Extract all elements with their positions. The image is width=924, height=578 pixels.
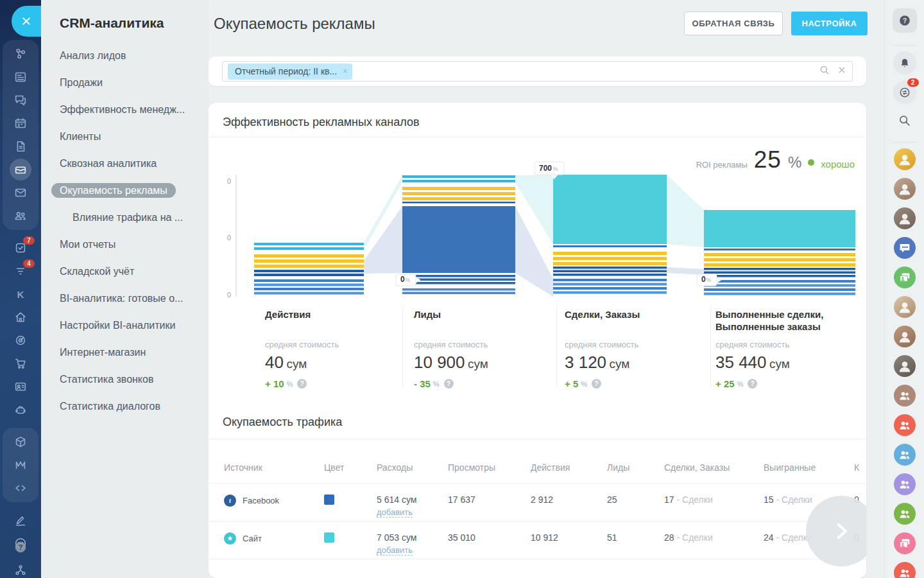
rail-item-people[interactable] <box>3 204 38 227</box>
rail-item-letter-k[interactable]: K <box>3 283 38 306</box>
sidebar-item-14[interactable]: Статистика диалогов <box>41 393 209 420</box>
avatar[interactable] <box>894 326 916 347</box>
sidebar-item-1[interactable]: Анализ лидов <box>41 42 209 69</box>
filter-tag-label: Отчетный период: II кв... <box>235 66 337 76</box>
sidebar-item-10[interactable]: BI-аналитика: готовые о... <box>41 285 209 312</box>
chat-users2-avatar[interactable] <box>894 385 916 407</box>
sidebar-item-9[interactable]: Складской учёт <box>41 258 209 285</box>
person-icon <box>896 299 913 315</box>
pen-icon <box>13 513 28 527</box>
sidebar-item-3[interactable]: Эффективность менедж... <box>41 96 209 123</box>
rail-item-sitemap[interactable] <box>3 559 38 578</box>
rail-item-pen[interactable] <box>3 509 38 532</box>
users2-icon <box>898 418 912 432</box>
help-circle-icon[interactable]: ? <box>592 379 601 389</box>
avatar[interactable] <box>894 148 916 170</box>
avatar[interactable] <box>894 178 916 200</box>
toolbar-help-button[interactable]: ? <box>893 8 917 33</box>
help-circle-icon[interactable]: ? <box>297 379 307 389</box>
avatar[interactable] <box>894 296 916 318</box>
rail-item-funnel[interactable]: 4 <box>3 259 38 283</box>
chat-cardperson-avatar[interactable] <box>894 532 916 554</box>
source-color-swatch <box>324 495 334 505</box>
rail-item-crm[interactable] <box>3 158 38 181</box>
sidebar-item-7[interactable]: Влияние трафика на ... <box>41 204 209 231</box>
stage-value: 10 900 сум <box>414 353 545 372</box>
rail-item-cube[interactable] <box>3 430 38 453</box>
avatar[interactable] <box>894 207 916 229</box>
chat-icon <box>13 93 28 107</box>
users2-icon <box>898 389 912 403</box>
person-icon <box>896 180 913 197</box>
rail-item-robot[interactable] <box>3 398 38 421</box>
crm-analytics-menu: CRM-аналитика Анализ лидовПродажиЭффекти… <box>41 0 209 578</box>
rail-item-code[interactable] <box>3 477 38 500</box>
add-costs-link[interactable]: добавить <box>377 507 413 518</box>
avatar[interactable] <box>894 355 916 377</box>
page-title: Окупаемость рекламы <box>214 15 375 33</box>
rail-item-feed[interactable] <box>3 66 38 89</box>
help-circle-icon[interactable]: ? <box>444 379 454 389</box>
code-icon <box>13 481 28 495</box>
sidebar-item-2[interactable]: Продажи <box>41 69 209 96</box>
table-header: Просмотры <box>448 462 495 475</box>
clear-filter-icon[interactable] <box>837 65 847 78</box>
rail-item-tasks[interactable]: 7 <box>3 236 38 259</box>
table-row-source: Сайт <box>224 532 262 545</box>
scroll-right-button[interactable] <box>806 496 866 566</box>
stage-delta: - 35 <box>414 378 431 389</box>
sidebar-item-11[interactable]: Настройки BI-аналитики <box>41 312 209 339</box>
rail-item-home[interactable] <box>3 306 38 329</box>
calendar-icon <box>13 116 28 130</box>
rail-item-share[interactable] <box>3 42 38 66</box>
rail-item-docs[interactable] <box>3 135 38 158</box>
sidebar-item-8[interactable]: Мои отчеты <box>41 231 209 258</box>
chat-users2-avatar[interactable] <box>894 444 916 466</box>
feedback-button[interactable]: ОБРАТНАЯ СВЯЗЬ <box>684 12 783 35</box>
chat-chatgroup-avatar[interactable] <box>894 237 916 259</box>
share-icon <box>13 47 28 61</box>
rail-item-idcard[interactable] <box>3 375 38 398</box>
help-circle-icon[interactable]: ? <box>748 379 757 389</box>
source-color-swatch <box>324 532 334 543</box>
chat-users2-avatar[interactable] <box>894 414 916 436</box>
costs-cell: 5 614 сум <box>377 495 416 505</box>
star-icon <box>225 534 235 543</box>
filter-tag-period[interactable]: Отчетный период: II кв... × <box>228 64 352 80</box>
rail-item-help-filled[interactable]: ? <box>3 536 38 559</box>
rail-item-calendar[interactable] <box>3 112 38 135</box>
rail-item-target[interactable] <box>3 329 38 352</box>
won-cell: 24 - Сделки <box>764 532 812 543</box>
sidebar-item-4[interactable]: Клиенты <box>41 123 209 150</box>
table-header: К <box>854 462 859 475</box>
sidebar-item-13[interactable]: Статистика звонков <box>41 366 209 393</box>
svg-text:%: % <box>706 277 711 283</box>
close-menu-button[interactable] <box>12 6 41 37</box>
search-icon[interactable] <box>819 64 830 78</box>
rail-item-market[interactable] <box>3 453 38 477</box>
toolbar-history-button[interactable]: 2 <box>893 81 916 104</box>
sidebar-item-6[interactable]: Окупаемость рекламы <box>41 177 209 204</box>
sidebar-item-12[interactable]: Интернет-магазин <box>41 339 209 366</box>
toolbar-search-button[interactable] <box>893 110 916 130</box>
chat-cardperson-avatar[interactable] <box>894 267 916 288</box>
filter-tag-close-icon[interactable]: × <box>343 67 347 76</box>
chat-users2-avatar[interactable] <box>894 473 916 495</box>
chat-users2-avatar[interactable] <box>894 562 916 578</box>
stage-subtitle: средняя стоимость <box>265 340 397 349</box>
filter-search-input[interactable]: Отчетный период: II кв... × <box>222 61 853 82</box>
table-header: Выигранные <box>764 462 816 475</box>
add-costs-link[interactable]: добавить <box>377 545 413 556</box>
toolbar-bell-button[interactable] <box>893 51 916 74</box>
settings-button[interactable]: НАСТРОЙКА <box>791 12 868 35</box>
mail-icon <box>13 186 28 200</box>
rail-item-cart[interactable] <box>3 352 38 375</box>
rail-item-mail[interactable] <box>3 181 38 204</box>
sidebar-item-5[interactable]: Сквозная аналитика <box>41 150 209 177</box>
rail-item-chat[interactable] <box>3 89 38 112</box>
chat-users2-avatar[interactable] <box>894 503 916 525</box>
stage-value: 35 440 сум <box>715 353 847 372</box>
cart-icon <box>13 356 28 371</box>
sitemap-icon <box>13 563 28 577</box>
stage-delta: + 10 <box>265 378 284 389</box>
